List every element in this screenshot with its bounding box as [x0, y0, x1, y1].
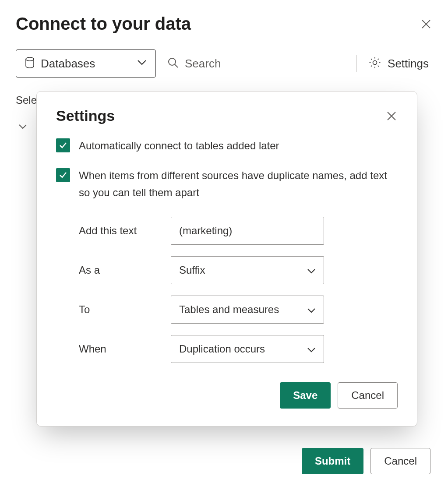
chevron-down-icon [307, 264, 316, 276]
databases-dropdown-label: Databases [41, 57, 131, 71]
cancel-button[interactable]: Cancel [338, 382, 398, 409]
when-label: When [79, 343, 171, 355]
save-button[interactable]: Save [280, 382, 331, 409]
dedup-names-label: When items from different sources have d… [79, 167, 398, 201]
chevron-down-icon [307, 303, 316, 316]
settings-modal-title: Settings [56, 107, 115, 124]
to-select[interactable]: Tables and measures [171, 296, 324, 324]
as-a-value: Suffix [179, 264, 205, 276]
svg-point-1 [169, 58, 176, 65]
svg-point-0 [26, 57, 34, 61]
add-text-label: Add this text [79, 225, 171, 237]
chevron-down-icon[interactable] [18, 120, 27, 132]
search-input[interactable]: Search [164, 57, 349, 71]
add-text-input[interactable] [171, 217, 324, 245]
settings-modal: Settings Automatically connect to tables… [36, 91, 417, 427]
database-icon [25, 57, 35, 70]
chevron-down-icon [307, 343, 316, 355]
gear-icon [368, 56, 381, 71]
close-icon[interactable] [385, 110, 398, 122]
databases-dropdown[interactable]: Databases [16, 49, 156, 78]
to-value: Tables and measures [179, 303, 279, 316]
when-select[interactable]: Duplication occurs [171, 335, 324, 363]
cancel-button[interactable]: Cancel [370, 448, 430, 474]
as-a-select[interactable]: Suffix [171, 256, 324, 284]
dedup-names-checkbox[interactable] [56, 168, 70, 182]
search-placeholder: Search [185, 57, 221, 71]
auto-connect-label: Automatically connect to tables added la… [79, 137, 279, 154]
as-a-label: As a [79, 264, 171, 276]
auto-connect-checkbox[interactable] [56, 138, 70, 152]
svg-point-2 [373, 61, 377, 65]
settings-button-label: Settings [388, 57, 429, 71]
to-label: To [79, 303, 171, 316]
chevron-down-icon [137, 60, 147, 67]
search-icon [167, 57, 179, 70]
close-icon[interactable] [420, 18, 432, 30]
submit-button[interactable]: Submit [302, 448, 363, 474]
page-title: Connect to your data [16, 14, 191, 34]
divider [356, 55, 357, 72]
when-value: Duplication occurs [179, 343, 265, 355]
settings-button[interactable]: Settings [365, 56, 432, 71]
